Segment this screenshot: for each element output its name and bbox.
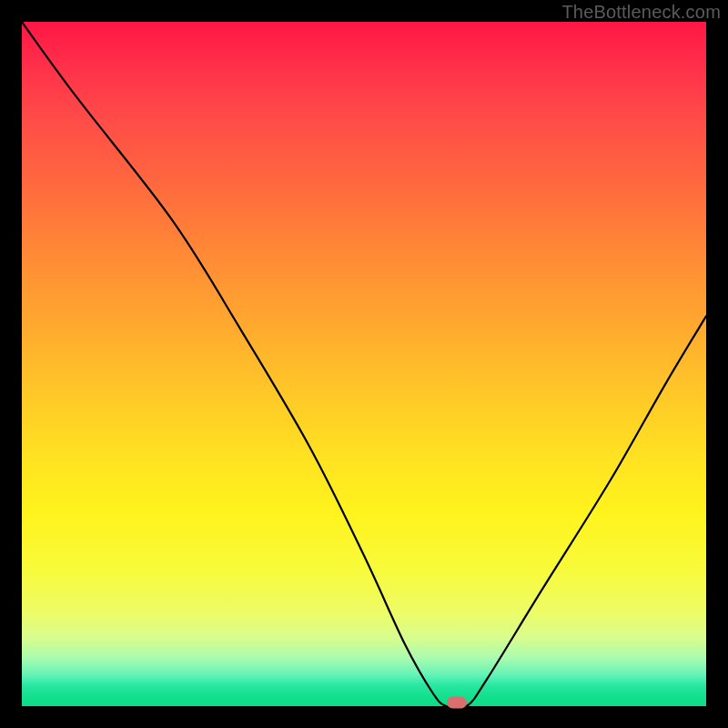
optimum-marker bbox=[447, 697, 467, 709]
chart-frame: TheBottleneck.com bbox=[0, 0, 728, 728]
watermark-text: TheBottleneck.com bbox=[561, 2, 721, 23]
plot-area bbox=[22, 22, 706, 706]
curve-path bbox=[22, 22, 706, 706]
bottleneck-curve bbox=[22, 22, 706, 706]
